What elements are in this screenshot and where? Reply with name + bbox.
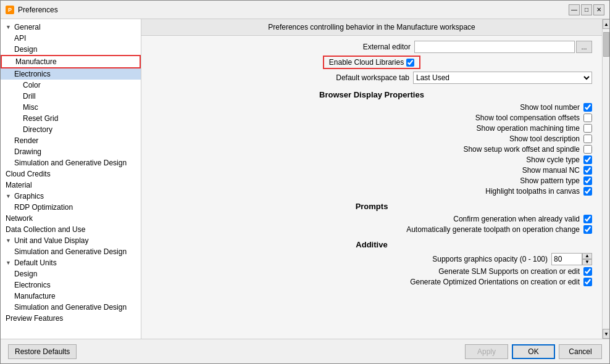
external-editor-row: External editor ... [151, 41, 592, 53]
show-pattern-type-row: Show pattern type [151, 176, 592, 185]
browser-display-title: Browser Display Properties [151, 90, 592, 99]
tree-item-default-units[interactable]: ▼ Default Units [1, 257, 141, 268]
show-operation-machining-checkbox[interactable] [583, 124, 592, 133]
tree-item-rdp[interactable]: RDP Optimization [1, 202, 141, 213]
spinner-down-button[interactable]: ▼ [582, 259, 592, 265]
tree-item-color[interactable]: Color [1, 80, 141, 91]
generate-slm-checkbox[interactable] [583, 267, 592, 276]
tree-item-electronics2[interactable]: Electronics [1, 279, 141, 291]
scrollbar[interactable]: ▲ ▼ [602, 19, 609, 339]
tree-item-render[interactable]: Render [1, 135, 141, 146]
tree-item-design[interactable]: Design [1, 44, 141, 55]
external-editor-input[interactable] [414, 41, 575, 53]
tree-item-directory[interactable]: Directory [1, 124, 141, 135]
show-tool-compensation-label: Show tool compensation offsets [151, 114, 583, 122]
bottom-right-buttons: Apply OK Cancel [465, 344, 602, 359]
tree-item-simulation[interactable]: Simulation and Generative Design [1, 157, 141, 168]
show-tool-description-checkbox[interactable] [583, 134, 592, 143]
spinner-up-button[interactable]: ▲ [582, 253, 592, 259]
show-tool-compensation-row: Show tool compensation offsets [151, 114, 592, 122]
auto-generate-row: Automatically generate toolpath on opera… [151, 225, 592, 234]
tree-item-api[interactable]: API [1, 33, 141, 44]
cloud-libraries-wrapper: Enable Cloud Libraries [151, 56, 592, 69]
tree-item-sim-gen2[interactable]: Simulation and Generative Design [1, 302, 141, 313]
workspace-select[interactable]: Last Used CAM Additive [413, 72, 592, 84]
expand-arrow-unit-value: ▼ [6, 238, 13, 244]
left-panel: ▼ General API Design Manufacture Electro… [1, 19, 141, 339]
cancel-button[interactable]: Cancel [559, 344, 602, 359]
cloud-libraries-box: Enable Cloud Libraries [323, 56, 420, 69]
tree-item-cloud-credits[interactable]: Cloud Credits [1, 168, 141, 180]
restore-defaults-button[interactable]: Restore Defaults [8, 344, 77, 359]
tree-item-electronics[interactable]: Electronics [1, 68, 141, 80]
spinner-container: ▲ ▼ [551, 253, 592, 265]
tree-item-drill[interactable]: Drill [1, 91, 141, 102]
tree-item-material[interactable]: Material [1, 180, 141, 191]
prompts-title: Prompts [151, 202, 592, 211]
close-button[interactable]: ✕ [593, 4, 604, 15]
highlight-toolpaths-label: Highlight toolpaths in canvas [151, 187, 583, 196]
confirm-generation-row: Confirm generation when already valid [151, 215, 592, 223]
tree-item-sim-gen[interactable]: Simulation and Generative Design [1, 246, 141, 257]
show-cycle-type-checkbox[interactable] [583, 155, 592, 164]
preferences-window: P Preferences — □ ✕ ▼ General API Design… [0, 0, 610, 364]
show-operation-machining-row: Show operation machining time [151, 124, 592, 133]
generate-optimized-row: Generate Optimized Orientations on creat… [151, 278, 592, 286]
tree-item-network[interactable]: Network [1, 213, 141, 224]
app-icon: P [6, 6, 14, 14]
tree-item-design2[interactable]: Design [1, 268, 141, 279]
tree-item-drawing[interactable]: Drawing [1, 146, 141, 157]
tree-item-general[interactable]: ▼ General [1, 22, 141, 33]
auto-generate-label: Automatically generate toolpath on opera… [151, 225, 583, 234]
tree-item-reset-grid[interactable]: Reset Grid [1, 113, 141, 124]
show-tool-number-label: Show tool number [151, 103, 583, 112]
show-setup-work-checkbox[interactable] [583, 145, 592, 154]
tree-item-misc[interactable]: Misc [1, 102, 141, 113]
supports-opacity-row: Supports graphics opacity (0 - 100) ▲ ▼ [151, 253, 592, 265]
show-manual-nc-checkbox[interactable] [583, 166, 592, 175]
expand-arrow-general: ▼ [6, 24, 13, 30]
tree-item-preview-features[interactable]: Preview Features [1, 313, 141, 324]
minimize-button[interactable]: — [569, 4, 580, 15]
auto-generate-checkbox[interactable] [583, 225, 592, 234]
tree-item-unit-value[interactable]: ▼ Unit and Value Display [1, 235, 141, 246]
workspace-row: Default workspace tab Last Used CAM Addi… [151, 72, 592, 84]
right-header: Preferences controlling behavior in the … [141, 19, 602, 36]
confirm-generation-checkbox[interactable] [583, 215, 592, 223]
ok-button[interactable]: OK [512, 344, 555, 359]
confirm-generation-label: Confirm generation when already valid [151, 215, 583, 223]
supports-opacity-input[interactable] [551, 253, 582, 265]
supports-opacity-label: Supports graphics opacity (0 - 100) [151, 255, 551, 263]
show-operation-machining-label: Show operation machining time [151, 124, 583, 133]
expand-arrow-graphics: ▼ [6, 193, 13, 199]
maximize-button[interactable]: □ [581, 4, 592, 15]
external-editor-label: External editor [151, 43, 414, 51]
tree-item-graphics[interactable]: ▼ Graphics [1, 191, 141, 202]
show-tool-number-row: Show tool number [151, 103, 592, 112]
tree-item-manufacture2[interactable]: Manufacture [1, 291, 141, 302]
generate-optimized-label: Generate Optimized Orientations on creat… [151, 278, 583, 286]
expand-arrow-default-units: ▼ [6, 260, 13, 266]
highlight-toolpaths-row: Highlight toolpaths in canvas [151, 187, 592, 196]
show-manual-nc-label: Show manual NC [151, 166, 583, 175]
show-pattern-type-label: Show pattern type [151, 176, 583, 185]
scroll-up-button[interactable]: ▲ [603, 19, 609, 29]
scroll-thumb[interactable] [603, 32, 609, 57]
show-tool-number-checkbox[interactable] [583, 103, 592, 112]
generate-optimized-checkbox[interactable] [583, 278, 592, 286]
scroll-down-button[interactable]: ▼ [603, 329, 609, 339]
show-tool-description-label: Show tool description [151, 134, 583, 143]
bottom-bar: Restore Defaults Apply OK Cancel [1, 339, 609, 363]
show-tool-compensation-checkbox[interactable] [583, 114, 592, 122]
additive-title: Additive [151, 240, 592, 249]
scroll-track [603, 29, 609, 329]
tree-item-manufacture[interactable]: Manufacture [1, 55, 141, 68]
show-manual-nc-row: Show manual NC [151, 166, 592, 175]
apply-button[interactable]: Apply [465, 344, 508, 359]
browse-button[interactable]: ... [576, 41, 592, 53]
tree-item-data-collection[interactable]: Data Collection and Use [1, 224, 141, 235]
enable-cloud-checkbox[interactable] [406, 59, 414, 67]
title-controls: — □ ✕ [569, 4, 604, 15]
highlight-toolpaths-checkbox[interactable] [583, 187, 592, 196]
show-pattern-type-checkbox[interactable] [583, 176, 592, 185]
